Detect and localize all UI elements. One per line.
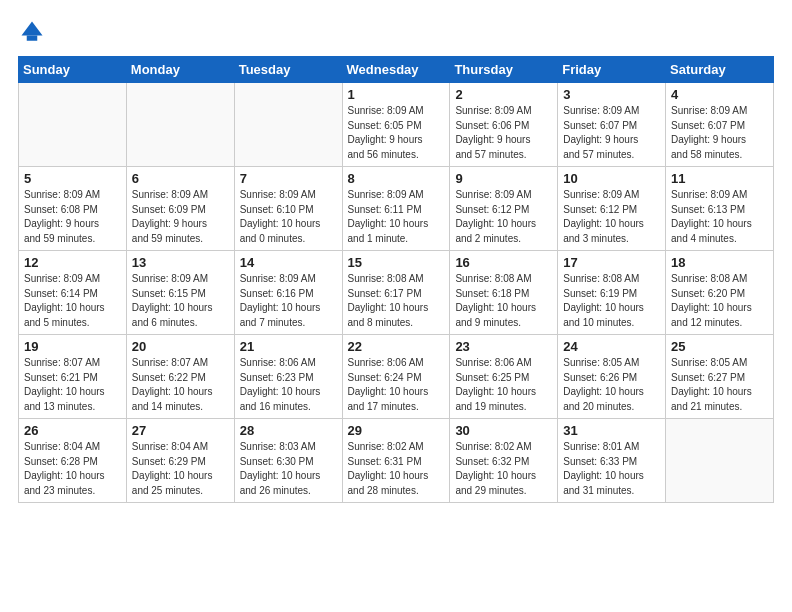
day-info: Sunrise: 8:06 AM Sunset: 6:23 PM Dayligh… <box>240 356 337 414</box>
weekday-header-saturday: Saturday <box>666 57 774 83</box>
day-info: Sunrise: 8:07 AM Sunset: 6:22 PM Dayligh… <box>132 356 229 414</box>
calendar-cell: 15Sunrise: 8:08 AM Sunset: 6:17 PM Dayli… <box>342 251 450 335</box>
day-info: Sunrise: 8:06 AM Sunset: 6:25 PM Dayligh… <box>455 356 552 414</box>
day-number: 2 <box>455 87 552 102</box>
calendar-cell: 24Sunrise: 8:05 AM Sunset: 6:26 PM Dayli… <box>558 335 666 419</box>
weekday-header-thursday: Thursday <box>450 57 558 83</box>
day-info: Sunrise: 8:09 AM Sunset: 6:10 PM Dayligh… <box>240 188 337 246</box>
day-number: 8 <box>348 171 445 186</box>
day-info: Sunrise: 8:09 AM Sunset: 6:11 PM Dayligh… <box>348 188 445 246</box>
day-number: 5 <box>24 171 121 186</box>
weekday-header-tuesday: Tuesday <box>234 57 342 83</box>
calendar-cell: 10Sunrise: 8:09 AM Sunset: 6:12 PM Dayli… <box>558 167 666 251</box>
day-number: 22 <box>348 339 445 354</box>
day-info: Sunrise: 8:09 AM Sunset: 6:05 PM Dayligh… <box>348 104 445 162</box>
calendar-cell: 2Sunrise: 8:09 AM Sunset: 6:06 PM Daylig… <box>450 83 558 167</box>
day-number: 18 <box>671 255 768 270</box>
day-info: Sunrise: 8:09 AM Sunset: 6:08 PM Dayligh… <box>24 188 121 246</box>
day-number: 13 <box>132 255 229 270</box>
day-info: Sunrise: 8:09 AM Sunset: 6:06 PM Dayligh… <box>455 104 552 162</box>
weekday-header-row: SundayMondayTuesdayWednesdayThursdayFrid… <box>19 57 774 83</box>
day-number: 24 <box>563 339 660 354</box>
calendar-cell: 14Sunrise: 8:09 AM Sunset: 6:16 PM Dayli… <box>234 251 342 335</box>
day-number: 1 <box>348 87 445 102</box>
calendar-cell: 12Sunrise: 8:09 AM Sunset: 6:14 PM Dayli… <box>19 251 127 335</box>
day-info: Sunrise: 8:08 AM Sunset: 6:18 PM Dayligh… <box>455 272 552 330</box>
day-info: Sunrise: 8:09 AM Sunset: 6:16 PM Dayligh… <box>240 272 337 330</box>
day-info: Sunrise: 8:09 AM Sunset: 6:07 PM Dayligh… <box>563 104 660 162</box>
calendar-cell: 6Sunrise: 8:09 AM Sunset: 6:09 PM Daylig… <box>126 167 234 251</box>
day-info: Sunrise: 8:08 AM Sunset: 6:17 PM Dayligh… <box>348 272 445 330</box>
calendar-cell: 30Sunrise: 8:02 AM Sunset: 6:32 PM Dayli… <box>450 419 558 503</box>
calendar-cell: 9Sunrise: 8:09 AM Sunset: 6:12 PM Daylig… <box>450 167 558 251</box>
header <box>18 18 774 46</box>
day-number: 3 <box>563 87 660 102</box>
day-number: 19 <box>24 339 121 354</box>
day-number: 15 <box>348 255 445 270</box>
calendar-cell: 27Sunrise: 8:04 AM Sunset: 6:29 PM Dayli… <box>126 419 234 503</box>
weekday-header-monday: Monday <box>126 57 234 83</box>
day-info: Sunrise: 8:07 AM Sunset: 6:21 PM Dayligh… <box>24 356 121 414</box>
calendar-cell: 7Sunrise: 8:09 AM Sunset: 6:10 PM Daylig… <box>234 167 342 251</box>
day-number: 25 <box>671 339 768 354</box>
day-info: Sunrise: 8:09 AM Sunset: 6:13 PM Dayligh… <box>671 188 768 246</box>
calendar-cell <box>19 83 127 167</box>
calendar-cell: 17Sunrise: 8:08 AM Sunset: 6:19 PM Dayli… <box>558 251 666 335</box>
calendar-cell: 3Sunrise: 8:09 AM Sunset: 6:07 PM Daylig… <box>558 83 666 167</box>
calendar-cell: 31Sunrise: 8:01 AM Sunset: 6:33 PM Dayli… <box>558 419 666 503</box>
day-number: 23 <box>455 339 552 354</box>
week-row-5: 26Sunrise: 8:04 AM Sunset: 6:28 PM Dayli… <box>19 419 774 503</box>
calendar-page: SundayMondayTuesdayWednesdayThursdayFrid… <box>0 0 792 612</box>
week-row-3: 12Sunrise: 8:09 AM Sunset: 6:14 PM Dayli… <box>19 251 774 335</box>
calendar-cell <box>126 83 234 167</box>
day-number: 7 <box>240 171 337 186</box>
day-number: 21 <box>240 339 337 354</box>
calendar-cell: 20Sunrise: 8:07 AM Sunset: 6:22 PM Dayli… <box>126 335 234 419</box>
calendar-cell: 11Sunrise: 8:09 AM Sunset: 6:13 PM Dayli… <box>666 167 774 251</box>
calendar-cell: 29Sunrise: 8:02 AM Sunset: 6:31 PM Dayli… <box>342 419 450 503</box>
calendar-cell: 13Sunrise: 8:09 AM Sunset: 6:15 PM Dayli… <box>126 251 234 335</box>
day-number: 30 <box>455 423 552 438</box>
day-number: 28 <box>240 423 337 438</box>
day-number: 14 <box>240 255 337 270</box>
day-info: Sunrise: 8:03 AM Sunset: 6:30 PM Dayligh… <box>240 440 337 498</box>
weekday-header-friday: Friday <box>558 57 666 83</box>
day-info: Sunrise: 8:04 AM Sunset: 6:29 PM Dayligh… <box>132 440 229 498</box>
calendar-cell: 28Sunrise: 8:03 AM Sunset: 6:30 PM Dayli… <box>234 419 342 503</box>
calendar-cell <box>666 419 774 503</box>
calendar-cell: 23Sunrise: 8:06 AM Sunset: 6:25 PM Dayli… <box>450 335 558 419</box>
week-row-2: 5Sunrise: 8:09 AM Sunset: 6:08 PM Daylig… <box>19 167 774 251</box>
day-info: Sunrise: 8:04 AM Sunset: 6:28 PM Dayligh… <box>24 440 121 498</box>
day-info: Sunrise: 8:08 AM Sunset: 6:19 PM Dayligh… <box>563 272 660 330</box>
svg-rect-1 <box>27 36 38 41</box>
calendar-cell: 18Sunrise: 8:08 AM Sunset: 6:20 PM Dayli… <box>666 251 774 335</box>
weekday-header-wednesday: Wednesday <box>342 57 450 83</box>
calendar-cell: 22Sunrise: 8:06 AM Sunset: 6:24 PM Dayli… <box>342 335 450 419</box>
calendar-cell: 25Sunrise: 8:05 AM Sunset: 6:27 PM Dayli… <box>666 335 774 419</box>
day-number: 11 <box>671 171 768 186</box>
day-number: 10 <box>563 171 660 186</box>
day-number: 6 <box>132 171 229 186</box>
day-number: 20 <box>132 339 229 354</box>
day-info: Sunrise: 8:09 AM Sunset: 6:07 PM Dayligh… <box>671 104 768 162</box>
calendar-cell: 5Sunrise: 8:09 AM Sunset: 6:08 PM Daylig… <box>19 167 127 251</box>
day-number: 4 <box>671 87 768 102</box>
day-info: Sunrise: 8:02 AM Sunset: 6:32 PM Dayligh… <box>455 440 552 498</box>
day-info: Sunrise: 8:05 AM Sunset: 6:27 PM Dayligh… <box>671 356 768 414</box>
day-info: Sunrise: 8:09 AM Sunset: 6:15 PM Dayligh… <box>132 272 229 330</box>
day-info: Sunrise: 8:05 AM Sunset: 6:26 PM Dayligh… <box>563 356 660 414</box>
day-info: Sunrise: 8:08 AM Sunset: 6:20 PM Dayligh… <box>671 272 768 330</box>
calendar-cell: 26Sunrise: 8:04 AM Sunset: 6:28 PM Dayli… <box>19 419 127 503</box>
logo <box>18 18 50 46</box>
day-number: 9 <box>455 171 552 186</box>
day-number: 29 <box>348 423 445 438</box>
calendar-cell: 16Sunrise: 8:08 AM Sunset: 6:18 PM Dayli… <box>450 251 558 335</box>
day-number: 27 <box>132 423 229 438</box>
day-info: Sunrise: 8:09 AM Sunset: 6:12 PM Dayligh… <box>455 188 552 246</box>
calendar-cell: 21Sunrise: 8:06 AM Sunset: 6:23 PM Dayli… <box>234 335 342 419</box>
day-info: Sunrise: 8:09 AM Sunset: 6:14 PM Dayligh… <box>24 272 121 330</box>
day-number: 26 <box>24 423 121 438</box>
calendar-cell: 19Sunrise: 8:07 AM Sunset: 6:21 PM Dayli… <box>19 335 127 419</box>
calendar-cell <box>234 83 342 167</box>
day-info: Sunrise: 8:09 AM Sunset: 6:12 PM Dayligh… <box>563 188 660 246</box>
